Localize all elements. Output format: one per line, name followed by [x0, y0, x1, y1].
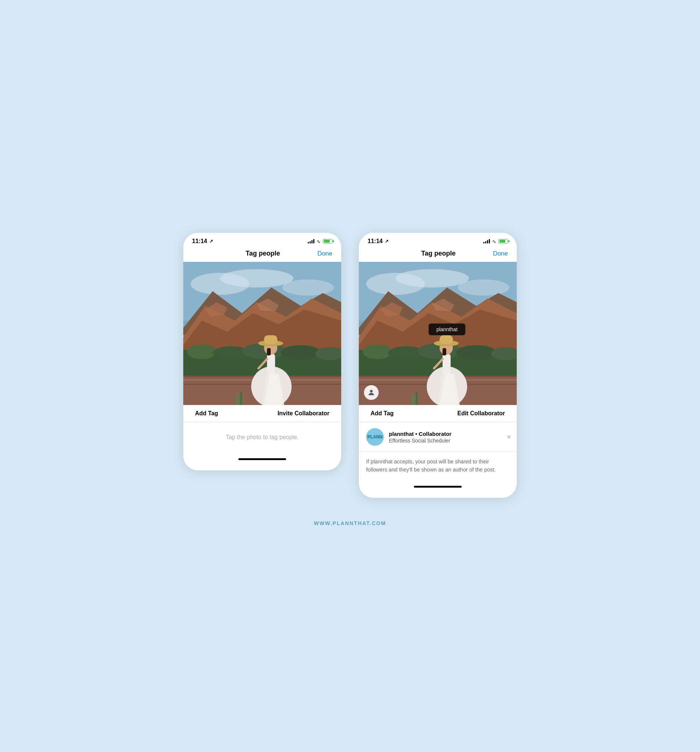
svg-point-43 [362, 345, 392, 359]
person-icon [367, 388, 375, 396]
signal-bars-left [308, 239, 314, 244]
status-icons-left: ∿ [308, 239, 332, 244]
svg-point-66 [370, 390, 372, 393]
battery-icon-right [498, 239, 508, 244]
collab-avatar: PLANN [366, 428, 384, 446]
battery-fill-right [499, 240, 506, 243]
screen-header-left: Tag people Done [183, 247, 341, 262]
collab-info: plannthat • Collaborator Effortless Soci… [389, 431, 509, 444]
svg-point-3 [220, 269, 294, 287]
signal-bar-r2 [485, 241, 486, 244]
photo-left[interactable] [183, 262, 341, 405]
add-tag-button-right[interactable]: Add Tag [370, 410, 394, 417]
photo-right[interactable]: plannthat [359, 262, 517, 405]
photo-svg-left [183, 262, 341, 405]
signal-bar-3 [311, 240, 313, 244]
screen-header-right: Tag people Done [359, 247, 517, 262]
done-button-right[interactable]: Done [493, 250, 508, 257]
collaborator-info-text: If plannthat accepts, your post will be … [359, 452, 517, 480]
collab-name: plannthat [389, 431, 414, 437]
edit-collaborator-button[interactable]: Edit Collaborator [457, 410, 505, 417]
location-arrow-icon: ↗ [209, 239, 213, 244]
signal-bar-1 [308, 242, 309, 244]
home-bar-left [238, 458, 286, 460]
time-left: 11:14 [192, 238, 207, 244]
collaborator-card: PLANN plannthat • Collaborator Effortles… [359, 422, 517, 452]
svg-rect-30 [240, 392, 242, 405]
signal-bars-right [483, 239, 490, 244]
svg-rect-25 [267, 348, 271, 356]
page-title-left: Tag people [208, 250, 317, 257]
battery-fill-left [324, 240, 330, 243]
svg-rect-24 [264, 335, 277, 344]
collab-subtitle: Effortless Social Scheduler [389, 438, 509, 444]
collab-name-line: plannthat • Collaborator [389, 431, 509, 437]
time-right: 11:14 [368, 238, 383, 244]
location-arrow-icon-right: ↗ [385, 239, 389, 244]
footer: WWW.PLANNTHAT.COM [314, 520, 386, 527]
signal-bar-r4 [489, 239, 490, 244]
svg-rect-57 [443, 348, 446, 356]
tap-hint: Tap the photo to tag people. [183, 422, 341, 452]
svg-point-36 [458, 280, 509, 295]
invite-collaborator-button[interactable]: Invite Collaborator [278, 410, 330, 417]
signal-bar-r3 [487, 240, 488, 244]
status-bar-right: 11:14 ↗ ∿ [359, 233, 517, 247]
svg-point-14 [281, 345, 321, 360]
avatar-text: PLANN [367, 434, 382, 440]
svg-rect-62 [416, 392, 418, 405]
footer-url: WWW.PLANNTHAT.COM [314, 520, 386, 526]
person-avatar-icon [364, 385, 379, 400]
svg-rect-21 [267, 354, 275, 376]
battery-icon-left [323, 239, 332, 244]
wifi-icon-left: ∿ [317, 239, 320, 244]
page-title-right: Tag people [384, 250, 493, 257]
wifi-icon-right: ∿ [492, 239, 496, 244]
home-indicator-left [183, 452, 341, 463]
phone-left: 11:14 ↗ ∿ Tag people Done [183, 233, 341, 470]
done-button-left[interactable]: Done [317, 250, 332, 257]
photo-svg-right: plannthat [359, 262, 517, 405]
signal-bar-r1 [483, 242, 484, 244]
action-bar-right: Add Tag Edit Collaborator [359, 405, 517, 422]
home-bar-right [414, 486, 462, 488]
status-time-right: 11:14 ↗ [368, 238, 389, 244]
action-bar-left: Add Tag Invite Collaborator [183, 405, 341, 422]
svg-point-35 [395, 269, 469, 287]
svg-point-4 [282, 280, 334, 295]
status-icons-right: ∿ [483, 239, 508, 244]
signal-bar-2 [310, 241, 311, 244]
svg-rect-53 [443, 354, 451, 376]
collab-bullet: • [415, 431, 419, 437]
signal-bar-4 [313, 239, 314, 244]
status-time-left: 11:14 ↗ [192, 238, 213, 244]
svg-rect-63 [412, 395, 414, 405]
close-collaborator-button[interactable]: × [507, 433, 511, 441]
svg-point-46 [456, 345, 496, 360]
home-indicator-right [359, 480, 517, 491]
collab-role: Collaborator [419, 431, 451, 437]
phones-container: 11:14 ↗ ∿ Tag people Done [183, 211, 517, 513]
add-tag-button-left[interactable]: Add Tag [195, 410, 218, 417]
svg-rect-56 [440, 335, 453, 344]
status-bar-left: 11:14 ↗ ∿ [183, 233, 341, 247]
svg-text:plannthat: plannthat [436, 326, 457, 332]
svg-point-11 [187, 345, 216, 359]
svg-rect-31 [236, 395, 238, 405]
phone-right: 11:14 ↗ ∿ Tag people Done [359, 233, 517, 498]
